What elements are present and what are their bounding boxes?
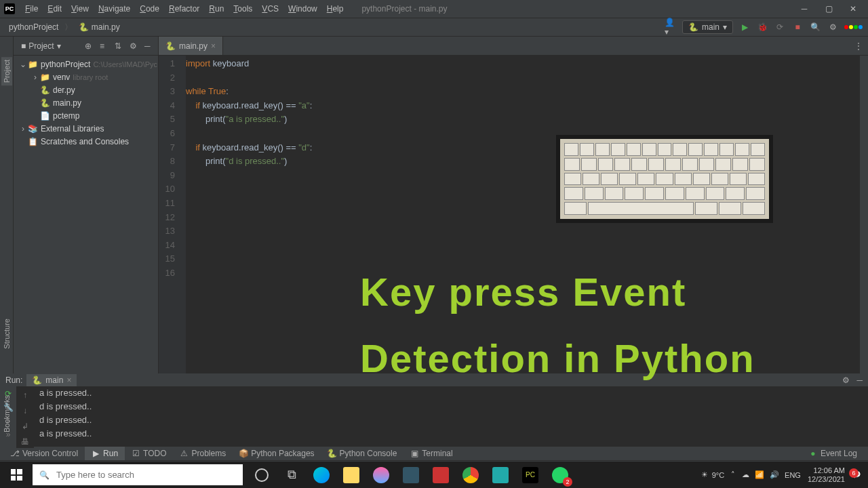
tree-item-pythonproject[interactable]: ⌄📁pythonProjectC:\Users\IMAD\Pyc <box>14 58 158 70</box>
overlay-title-text: Key press Event Detection in Python <box>360 260 755 393</box>
expand-all-icon[interactable]: ≡ <box>100 41 109 51</box>
run-config-label: main <box>702 22 719 32</box>
menu-run[interactable]: Run <box>204 4 229 14</box>
left-tool-strip: Project Structure Bookmarks <box>0 37 14 373</box>
debug-button[interactable]: 🐞 <box>756 21 768 33</box>
tree-item-external-libraries[interactable]: ›📚External Libraries <box>14 122 158 135</box>
run-settings-icon[interactable]: ⚙ <box>842 375 850 385</box>
cortana-icon[interactable] <box>247 462 277 488</box>
run-button[interactable]: ▶ <box>738 21 751 33</box>
keyboard-image <box>556 135 773 223</box>
structure-tool-tab[interactable]: Structure <box>1 316 12 352</box>
tool-tab-python-packages[interactable]: 📦Python Packages <box>233 447 321 460</box>
up-icon[interactable]: ↑ <box>19 389 31 401</box>
copilot-icon[interactable] <box>366 462 396 488</box>
collapse-all-icon[interactable]: ⇅ <box>115 41 124 51</box>
maximize-button[interactable]: ▢ <box>822 2 835 16</box>
windows-taskbar: 🔍 ⧉ PC 2 ☀ 9°C ˄ ☁ 📶 🔊 ENG 12:06 AM 12/2… <box>0 462 868 488</box>
notification-center-icon[interactable]: 💬6 <box>852 470 861 479</box>
down-icon[interactable]: ↓ <box>19 405 31 417</box>
settings-gear-icon[interactable]: ⚙ <box>827 21 839 33</box>
windows-search-box[interactable]: 🔍 <box>33 464 243 485</box>
tree-item-venv[interactable]: ›📁venvlibrary root <box>14 70 158 83</box>
minimize-button[interactable]: ─ <box>797 2 811 16</box>
app-icon: PC <box>4 3 15 14</box>
tool-tab-terminal[interactable]: ▣Terminal <box>403 447 459 460</box>
stop-button[interactable]: ■ <box>791 21 804 33</box>
bottom-tool-tabs: ⎇Version Control▶Run☑TODO⚠Problems📦Pytho… <box>0 447 868 460</box>
user-icon[interactable]: 👤▾ <box>665 21 677 33</box>
run-tab[interactable]: 🐍main× <box>26 374 77 386</box>
run-console-output[interactable]: a is pressed..d is pressed..d is pressed… <box>34 386 868 448</box>
hide-icon[interactable]: ─ <box>144 41 154 51</box>
system-clock[interactable]: 12:06 AM 12/23/2021 <box>808 466 845 484</box>
explorer-icon[interactable] <box>336 462 366 488</box>
tool-tab-problems[interactable]: ⚠Problems <box>174 447 233 460</box>
tool-tab-version-control[interactable]: ⎇Version Control <box>4 447 85 460</box>
tree-item-pctemp[interactable]: 📄pctemp <box>14 109 158 122</box>
menu-navigate[interactable]: Navigate <box>94 4 135 14</box>
menu-code[interactable]: Code <box>135 4 164 14</box>
windows-search-input[interactable] <box>56 470 236 480</box>
tool-tab-python-console[interactable]: 🐍Python Console <box>321 447 404 460</box>
menu-file[interactable]: File <box>20 4 43 14</box>
window-title: pythonProject - main.py <box>361 4 447 14</box>
run-config-dropdown[interactable]: 🐍main▾ <box>682 20 733 34</box>
pycharm-icon[interactable]: PC <box>515 462 545 488</box>
close-run-tab-icon[interactable]: × <box>66 375 71 385</box>
soft-wrap-icon[interactable]: ↲ <box>19 420 31 432</box>
run-panel-label: Run: <box>5 375 22 385</box>
chrome-icon[interactable] <box>456 462 486 488</box>
edge-icon[interactable] <box>307 462 336 488</box>
tool-tab-todo[interactable]: ☑TODO <box>125 447 173 460</box>
tray-chevron-icon[interactable]: ˄ <box>731 470 735 479</box>
project-tree: ⌄📁pythonProjectC:\Users\IMAD\Pyc›📁venvli… <box>14 56 158 150</box>
tree-item-main-py[interactable]: 🐍main.py <box>14 96 158 109</box>
editor-options-icon[interactable]: ⋮ <box>849 37 868 55</box>
run-with-coverage-button[interactable]: ⟳ <box>774 21 786 33</box>
editor-tab-main[interactable]: 🐍 main.py × <box>159 37 223 55</box>
editor-area: 🐍 main.py × ⋮ 12345678910111213141516 im… <box>159 37 868 373</box>
close-button[interactable]: ✕ <box>846 2 860 16</box>
project-view-selector[interactable]: ■ Project ▾ <box>18 40 64 52</box>
event-log-tab[interactable]: ●Event Log <box>802 447 864 460</box>
menu-bar: FileEditViewNavigateCodeRefactorRunTools… <box>20 4 348 14</box>
weather-widget[interactable]: ☀ 9°C <box>701 470 724 479</box>
menu-window[interactable]: Window <box>283 4 322 14</box>
volume-icon[interactable]: 🔊 <box>770 470 779 479</box>
project-tool-tab[interactable]: Project <box>1 57 12 85</box>
crumb-file[interactable]: 🐍 main.py <box>75 21 123 33</box>
menu-refactor[interactable]: Refactor <box>164 4 204 14</box>
wifi-icon[interactable]: 📶 <box>755 470 764 479</box>
chevron-down-icon: ▾ <box>723 22 727 32</box>
project-sidebar: ■ Project ▾ ⊕ ≡ ⇅ ⚙ ─ ⌄📁pythonProjectC:\… <box>14 37 159 373</box>
task-view-icon[interactable]: ⧉ <box>277 462 307 488</box>
language-icon[interactable]: ENG <box>785 471 801 479</box>
onedrive-icon[interactable]: ☁ <box>742 470 749 479</box>
locate-icon[interactable]: ⊕ <box>85 41 94 51</box>
store-icon[interactable] <box>396 462 426 488</box>
menu-vcs[interactable]: VCS <box>257 4 283 14</box>
titlebar: PC FileEditViewNavigateCodeRefactorRunTo… <box>0 0 868 18</box>
crumb-project[interactable]: pythonProject <box>5 21 62 33</box>
menu-view[interactable]: View <box>66 4 94 14</box>
settings-icon[interactable]: ⚙ <box>130 41 139 51</box>
editor-tab-label: main.py <box>179 41 208 51</box>
chevron-right-icon: 〉 <box>64 22 73 33</box>
menu-help[interactable]: Help <box>322 4 349 14</box>
whatsapp-icon[interactable]: 2 <box>545 462 575 488</box>
app-icon-2[interactable] <box>486 462 515 488</box>
tree-item-der-py[interactable]: 🐍der.py <box>14 83 158 96</box>
search-everywhere-button[interactable]: 🔍 <box>809 21 821 33</box>
menu-edit[interactable]: Edit <box>43 4 66 14</box>
tree-item-scratches-and-consoles[interactable]: 📋Scratches and Consoles <box>14 135 158 148</box>
app-icon-1[interactable] <box>426 462 456 488</box>
jetbrains-toolbox-icon[interactable] <box>844 25 863 29</box>
editor-scrollbar[interactable] <box>860 56 868 373</box>
close-tab-icon[interactable]: × <box>211 41 216 51</box>
bookmarks-tool-tab[interactable]: Bookmarks <box>1 392 12 435</box>
start-button[interactable] <box>0 462 33 488</box>
run-hide-icon[interactable]: ─ <box>856 375 863 385</box>
menu-tools[interactable]: Tools <box>229 4 257 14</box>
tool-tab-run[interactable]: ▶Run <box>85 447 125 460</box>
